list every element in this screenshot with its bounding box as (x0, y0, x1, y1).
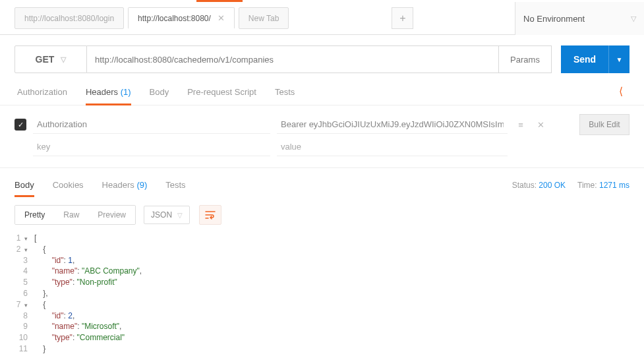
tab-new[interactable]: New Tab (239, 7, 289, 29)
tab-prerequest[interactable]: Pre-request Script (187, 87, 256, 103)
header-row: ✓ ≡ ✕ Bulk Edit (15, 113, 629, 136)
format-label: JSON (151, 210, 172, 220)
chevron-down-icon: ▽ (177, 212, 183, 219)
tab-tests[interactable]: Tests (275, 87, 295, 103)
resp-tab-headers[interactable]: Headers (9) (102, 180, 148, 197)
close-icon[interactable]: ✕ (534, 120, 547, 130)
environment-selector[interactable]: No Environment ▽ (515, 2, 644, 35)
environment-label: No Environment (523, 14, 585, 24)
code-icon[interactable]: ⟨ (619, 85, 627, 98)
wrap-lines-button[interactable] (199, 205, 221, 225)
header-key-input[interactable] (33, 138, 270, 156)
checkbox-checked[interactable]: ✓ (15, 119, 26, 131)
resp-tab-cookies[interactable]: Cookies (53, 180, 84, 197)
chevron-down-icon: ▼ (616, 56, 623, 63)
view-pretty[interactable]: Pretty (15, 206, 54, 224)
resp-tab-body[interactable]: Body (15, 180, 34, 197)
header-value-input[interactable] (277, 115, 508, 134)
chevron-down-icon: ▽ (61, 55, 66, 64)
tab-label: New Tab (249, 14, 279, 23)
send-button[interactable]: Send (561, 45, 608, 73)
tab-login[interactable]: http://localhost:8080/login (15, 7, 124, 29)
tab-label: http://localhost:8080/login (24, 14, 114, 23)
view-raw[interactable]: Raw (54, 206, 88, 224)
tab-root[interactable]: http://localhost:8080/✕ (128, 7, 235, 29)
header-value-input[interactable] (277, 138, 508, 156)
view-mode-segment: Pretty Raw Preview (15, 205, 136, 225)
method-select[interactable]: GET ▽ (15, 45, 87, 73)
time-label: Time: 1271 ms (577, 181, 629, 190)
header-key-input[interactable] (33, 115, 270, 134)
row-menu-icon[interactable]: ≡ (514, 120, 527, 130)
response-body[interactable]: 1 ▾[2 ▾ {3 "id": 1,4 "name": "ABC Compan… (0, 233, 644, 354)
close-icon[interactable]: ✕ (218, 13, 225, 23)
wrap-icon (205, 210, 216, 220)
new-tab-button[interactable]: + (392, 7, 413, 29)
chevron-down-icon: ▽ (631, 15, 636, 23)
tab-label: http://localhost:8080/ (138, 14, 211, 23)
status-label: Status: 200 OK (512, 181, 566, 190)
resp-tab-tests[interactable]: Tests (165, 180, 185, 197)
method-label: GET (36, 54, 55, 65)
send-dropdown[interactable]: ▼ (608, 45, 629, 73)
header-row-new (15, 136, 629, 158)
tab-headers[interactable]: Headers (1) (86, 87, 131, 105)
view-preview[interactable]: Preview (88, 206, 135, 224)
tab-authorization[interactable]: Authorization (17, 87, 67, 103)
format-select[interactable]: JSON ▽ (144, 206, 190, 224)
params-button[interactable]: Params (499, 45, 552, 73)
tab-body[interactable]: Body (150, 87, 169, 103)
url-input[interactable] (87, 45, 499, 73)
bulk-edit-button[interactable]: Bulk Edit (579, 114, 629, 135)
